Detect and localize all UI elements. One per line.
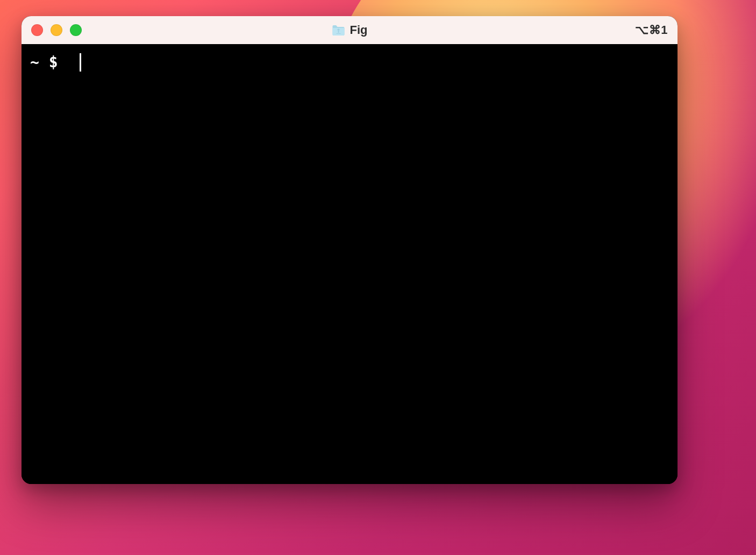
terminal-window: Fig ⌥⌘1 ~ $ — [22, 16, 677, 484]
shortcut-glyphs: ⌥⌘1 — [635, 23, 668, 37]
window-title-group: Fig — [332, 23, 368, 37]
window-shortcut-indicator: ⌥⌘1 — [635, 23, 668, 37]
close-button[interactable] — [31, 24, 43, 36]
cursor-icon — [80, 53, 81, 72]
zoom-button[interactable] — [70, 24, 82, 36]
window-title: Fig — [350, 23, 368, 37]
prompt-line: ~ $ — [30, 52, 669, 73]
terminal-body[interactable]: ~ $ — [22, 44, 677, 484]
window-titlebar[interactable]: Fig ⌥⌘1 — [22, 16, 677, 44]
minimize-button[interactable] — [51, 24, 62, 36]
folder-icon — [332, 24, 346, 36]
traffic-lights-group — [31, 24, 82, 36]
prompt-cwd: ~ — [30, 52, 39, 73]
prompt-symbol: $ — [49, 52, 58, 73]
